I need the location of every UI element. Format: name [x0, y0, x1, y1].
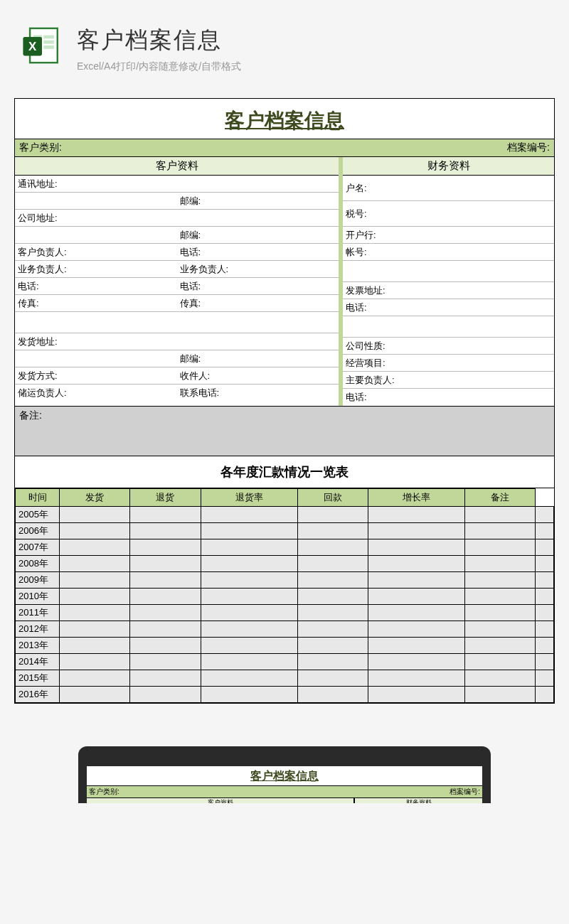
excel-icon: X — [21, 25, 63, 66]
finance-section-header: 财务资料 — [343, 157, 554, 176]
data-cell — [297, 539, 368, 556]
data-cell — [536, 589, 554, 605]
company-nature-label: 公司性质: — [343, 338, 388, 354]
postcode-label-3: 邮编: — [177, 351, 204, 367]
annual-title: 各年度汇款情况一览表 — [15, 456, 554, 488]
data-cell — [368, 638, 465, 654]
phone-label-3: 电话: — [177, 279, 204, 294]
data-cell — [536, 621, 554, 638]
year-cell: 2016年 — [16, 687, 60, 703]
data-cell — [465, 687, 536, 703]
data-cell — [201, 621, 297, 638]
table-row: 2015年 — [16, 670, 554, 687]
table-row: 2016年 — [16, 687, 554, 703]
page-subtitle: Excel/A4打印/内容随意修改/自带格式 — [77, 60, 548, 73]
data-cell — [297, 507, 368, 523]
data-cell — [297, 556, 368, 572]
year-cell: 2005年 — [16, 507, 60, 523]
data-cell — [536, 507, 554, 523]
data-cell — [201, 507, 297, 523]
year-cell: 2011年 — [16, 605, 60, 621]
data-cell — [368, 539, 465, 556]
data-cell — [130, 589, 201, 605]
fax-label-l: 传真: — [15, 296, 42, 311]
data-cell — [536, 670, 554, 687]
annual-table: 时间发货退货退货率回款增长率备注 2005年2006年2007年2008年200… — [15, 488, 554, 703]
phone-label-2: 电话: — [15, 279, 42, 294]
data-cell — [297, 638, 368, 654]
data-cell — [465, 572, 536, 589]
data-cell — [130, 507, 201, 523]
data-cell — [201, 670, 297, 687]
biz-items-label: 经营项目: — [343, 355, 388, 371]
svg-rect-6 — [43, 45, 54, 49]
data-cell — [297, 687, 368, 703]
data-cell — [130, 621, 201, 638]
contact-phone-label: 联系电话: — [177, 385, 223, 401]
data-cell — [201, 589, 297, 605]
phone-label-4: 电话: — [343, 300, 370, 316]
transport-mgr-label: 储运负责人: — [15, 385, 70, 401]
data-cell — [60, 507, 130, 523]
clipboard-preview: 客户档案信息 客户类别: 档案编号: 客户资料 财务资料 — [78, 746, 491, 803]
data-cell — [465, 539, 536, 556]
data-cell — [297, 605, 368, 621]
data-cell — [536, 539, 554, 556]
clip-title: 客户档案信息 — [87, 766, 482, 784]
year-cell: 2009年 — [16, 572, 60, 589]
table-row: 2005年 — [16, 507, 554, 523]
invoice-addr-label: 发票地址: — [343, 283, 388, 299]
data-cell — [60, 638, 130, 654]
data-cell — [297, 572, 368, 589]
data-cell — [130, 572, 201, 589]
year-cell: 2013年 — [16, 638, 60, 654]
data-cell — [130, 670, 201, 687]
data-cell — [201, 605, 297, 621]
postcode-label-1: 邮编: — [177, 193, 204, 209]
data-cell — [60, 654, 130, 670]
data-cell — [465, 654, 536, 670]
data-cell — [201, 523, 297, 539]
clip-category-label: 客户类别: — [89, 787, 119, 797]
data-cell — [536, 572, 554, 589]
year-cell: 2015年 — [16, 670, 60, 687]
year-cell: 2014年 — [16, 654, 60, 670]
annual-header-cell: 增长率 — [368, 489, 465, 507]
company-addr-label: 公司地址: — [15, 210, 60, 226]
data-cell — [368, 605, 465, 621]
table-row: 2014年 — [16, 654, 554, 670]
data-cell — [536, 687, 554, 703]
clip-finance-section: 财务资料 — [354, 797, 482, 803]
data-cell — [465, 621, 536, 638]
data-cell — [465, 589, 536, 605]
svg-rect-4 — [43, 41, 54, 44]
year-cell: 2008年 — [16, 556, 60, 572]
data-cell — [465, 670, 536, 687]
annual-header-cell: 回款 — [297, 489, 368, 507]
data-cell — [60, 687, 130, 703]
data-cell — [368, 523, 465, 539]
phone-label-1: 电话: — [177, 245, 204, 260]
account-name-label: 户名: — [343, 181, 370, 196]
table-row: 2013年 — [16, 638, 554, 654]
table-row: 2007年 — [16, 539, 554, 556]
data-cell — [368, 621, 465, 638]
annual-header-cell: 发货 — [60, 489, 130, 507]
cust-mgr-label: 客户负责人: — [15, 245, 70, 260]
data-cell — [536, 605, 554, 621]
data-cell — [536, 523, 554, 539]
recipient-label: 收件人: — [177, 368, 213, 384]
data-cell — [201, 687, 297, 703]
data-cell — [368, 589, 465, 605]
data-cell — [60, 589, 130, 605]
data-cell — [60, 539, 130, 556]
annual-header-cell: 退货率 — [201, 489, 297, 507]
table-row: 2006年 — [16, 523, 554, 539]
data-cell — [130, 523, 201, 539]
data-cell — [465, 638, 536, 654]
data-cell — [536, 638, 554, 654]
data-cell — [130, 539, 201, 556]
data-cell — [465, 605, 536, 621]
annual-header-cell: 时间 — [16, 489, 60, 507]
year-cell: 2012年 — [16, 621, 60, 638]
